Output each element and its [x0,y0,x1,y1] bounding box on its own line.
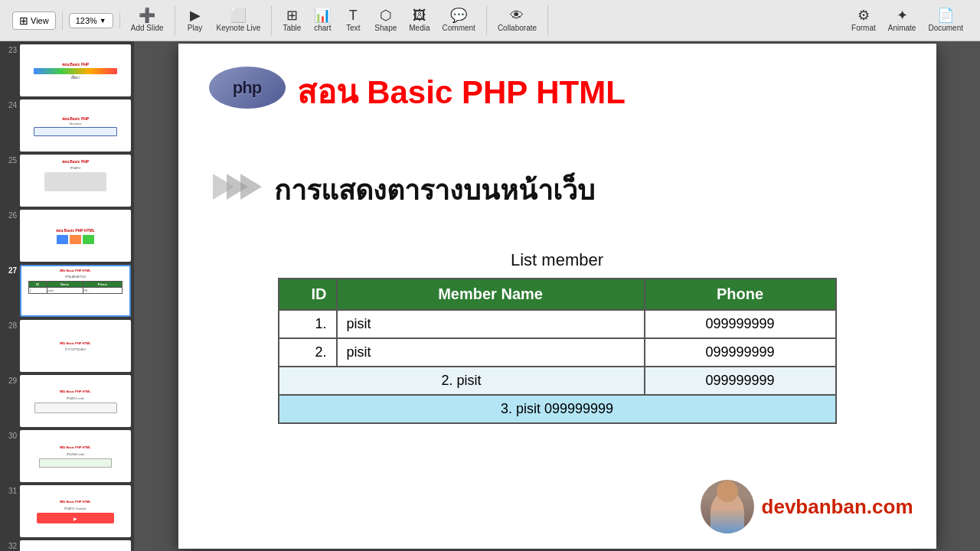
slide-num-23: 23 [3,44,17,54]
slide-item-30[interactable]: 30 สอน Basic PHP HTML ส่วนของ code [3,430,131,482]
slide-thumb-30[interactable]: สอน Basic PHP HTML ส่วนของ code [20,430,131,482]
slide-thumb-29[interactable]: สอน Basic PHP HTML ตัวอย่าง code [20,375,131,427]
slide-panel[interactable]: 23 สอน Basic PHP เนื้อหา 24 สอน Basic PH… [0,41,134,551]
slide-thumb-23[interactable]: สอน Basic PHP เนื้อหา [20,44,131,96]
brand-text: devbanban.com [762,495,913,519]
row3-phone: 099999999 [645,367,836,395]
slide-item-24[interactable]: 24 สอน Basic PHP Structure [3,99,131,152]
document-button[interactable]: 📄 Document [923,5,968,35]
main-area: 23 สอน Basic PHP เนื้อหา 24 สอน Basic PH… [0,41,980,551]
add-slide-group: ➕ Add Slide [120,5,175,35]
slide-thumb-24[interactable]: สอน Basic PHP Structure [20,99,131,152]
slide-num-30: 30 [3,430,17,440]
chart-button[interactable]: 📊 chart [309,5,336,35]
zoom-value: 123% [76,16,97,25]
slide-thumb-27[interactable]: สอน Basic PHP HTML การแสดงตาราง IDNamePh… [20,265,131,317]
slide-thumb-26[interactable]: สอน Basic PHP HTML [20,210,131,262]
list-member-section: List member ID Member Name Phone 1. [278,250,837,424]
slide-item-32[interactable]: 32 สอน Basic PHP HTML แบบฝึกหัด Spring L… [3,540,131,551]
play-group: ▶ Play ⬜ Keynote Live [175,5,273,35]
header-id: ID [279,279,337,310]
table-row-2: 2. pisit 099999999 [279,338,836,367]
table-icon: ⊞ [286,8,298,22]
zoom-group: 123% ▼ [63,13,120,28]
view-group: ⊞ View [6,11,63,30]
keynote-live-icon: ⬜ [230,8,247,22]
row2-name: pisit [337,338,645,367]
media-button[interactable]: 🖼 Media [404,5,434,35]
table-row-3: 2. pisit 099999999 [279,367,836,395]
slide-item-31[interactable]: 31 สอน Basic PHP HTML ตัวอย่าง Youtube ▶ [3,485,131,537]
slide-item-29[interactable]: 29 สอน Basic PHP HTML ตัวอย่าง code [3,375,131,427]
right-tools-group: ⚙ Format ✦ Animate 📄 Document [841,5,974,35]
avatar-head [717,481,738,502]
play-button[interactable]: ▶ Play [181,5,209,35]
slide-thumb-32[interactable]: สอน Basic PHP HTML แบบฝึกหัด Spring Logo [20,540,131,551]
row1-id: 1. [279,310,337,338]
row1-phone: 099999999 [645,310,836,338]
collaborate-group: 👁 Collaborate [487,5,548,35]
row3-merged: 2. pisit [279,367,645,395]
table-row-1: 1. pisit 099999999 [279,310,836,338]
slide-num-27: 27 [3,265,17,275]
media-icon: 🖼 [413,8,426,22]
slide-canvas[interactable]: php สอน Basic PHP HTML การแสดงตารางบนหน้… [178,44,936,549]
zoom-button[interactable]: 123% ▼ [69,13,113,28]
keynote-live-button[interactable]: ⬜ Keynote Live [212,5,266,35]
arrow-icon [213,170,263,220]
animate-button[interactable]: ✦ Animate [884,5,921,35]
shape-icon: ⬡ [380,8,392,22]
text-button[interactable]: T Text [339,5,367,35]
shape-button[interactable]: ⬡ Shape [370,5,401,35]
slide-num-32: 32 [3,540,17,550]
slide-item-23[interactable]: 23 สอน Basic PHP เนื้อหา [3,44,131,96]
add-slide-button[interactable]: ➕ Add Slide [126,5,168,35]
row2-phone: 099999999 [645,338,836,367]
row2-id: 2. [279,338,337,367]
php-logo: php [209,67,286,109]
collaborate-button[interactable]: 👁 Collaborate [493,5,541,35]
svg-marker-2 [240,174,262,200]
table-button[interactable]: ⊞ Table [278,5,305,35]
slide-item-26[interactable]: 26 สอน Basic PHP HTML [3,210,131,262]
text-icon: T [349,8,358,22]
toolbar: ⊞ View 123% ▼ ➕ Add Slide ▶ Play ⬜ Keyno… [0,0,980,41]
format-icon: ⚙ [858,8,870,22]
header-phone: Phone [645,279,836,310]
slide-num-31: 31 [3,485,17,495]
row1-name: pisit [337,310,645,338]
avatar [701,480,754,533]
comment-button[interactable]: 💬 Comment [438,5,480,35]
slide-subtitle: การแสดงตารางบนหน้าเว็บ [274,168,595,212]
document-icon: 📄 [937,8,954,22]
slide-item-27[interactable]: 27 สอน Basic PHP HTML การแสดงตาราง IDNam… [3,265,131,317]
table-row-4: 3. pisit 099999999 [279,395,836,423]
animate-icon: ✦ [897,8,908,22]
slide-thumb-25[interactable]: สอน Basic PHP ตัวอย่าง [20,155,131,207]
slide-num-24: 24 [3,99,17,109]
slide-item-25[interactable]: 25 สอน Basic PHP ตัวอย่าง [3,155,131,207]
add-slide-icon: ➕ [139,8,155,22]
insert-group: ⊞ Table 📊 chart T Text ⬡ Shape 🖼 Media 💬… [272,5,487,35]
comment-icon: 💬 [450,8,467,22]
avatar-figure [710,491,744,533]
slide-item-28[interactable]: 28 สอน Basic PHP HTML ตารางการแสดง [3,320,131,372]
chart-icon: 📊 [314,8,331,22]
slide-thumb-31[interactable]: สอน Basic PHP HTML ตัวอย่าง Youtube ▶ [20,485,131,537]
table-header-row: ID Member Name Phone [279,279,836,310]
header-name: Member Name [337,279,645,310]
list-member-title: List member [278,250,837,270]
canvas-area[interactable]: php สอน Basic PHP HTML การแสดงตารางบนหน้… [134,41,980,551]
slide-num-29: 29 [3,375,17,385]
view-label: View [31,16,49,25]
slide-num-26: 26 [3,210,17,220]
row4-full: 3. pisit 099999999 [279,395,836,423]
slide-num-28: 28 [3,320,17,330]
slide-num-25: 25 [3,155,17,165]
format-button[interactable]: ⚙ Format [847,5,880,35]
slide-title: สอน Basic PHP HTML [297,67,626,117]
view-button[interactable]: ⊞ View [12,11,56,30]
php-logo-oval: php [209,67,286,109]
devbanban-section: devbanban.com [701,480,913,533]
slide-thumb-28[interactable]: สอน Basic PHP HTML ตารางการแสดง [20,320,131,372]
